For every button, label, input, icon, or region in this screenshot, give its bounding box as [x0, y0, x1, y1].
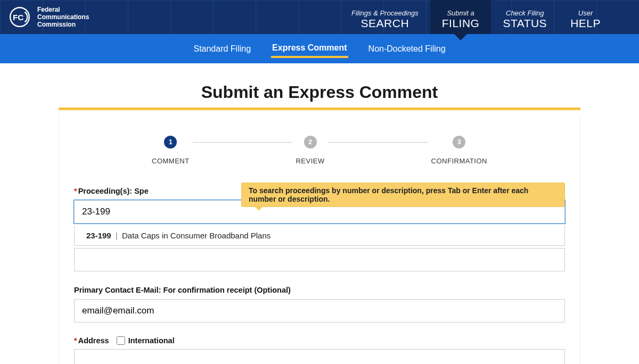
required-marker: * [74, 336, 77, 345]
page-title: Submit an Express Comment [59, 82, 580, 110]
step-number: 3 [453, 136, 465, 148]
address-label-text: Address [78, 336, 109, 345]
email-label: Primary Contact E-Mail: For confirmation… [74, 286, 291, 294]
logo-block: FC Federal Communications Commission [0, 0, 89, 34]
step-label: COMMENT [152, 157, 190, 165]
nav-tab-sup: Filings & Proceedings [351, 9, 419, 17]
step-number: 1 [164, 136, 177, 148]
proceedings-autocomplete-option[interactable]: 23-199 | Data Caps in Consumer Broadband… [74, 226, 565, 246]
step-number: 2 [304, 136, 317, 148]
email-field: Primary Contact E-Mail: For confirmation… [74, 285, 565, 322]
step-confirmation: 3 CONFIRMATION [428, 136, 490, 165]
suggestion-title: Data Caps in Consumer Broadband Plans [122, 231, 271, 240]
proceedings-label: *Proceeding(s): Spe [74, 187, 149, 195]
page-container: Submit an Express Comment 1 COMMENT 2 RE… [59, 63, 580, 364]
step-label: REVIEW [296, 157, 324, 165]
step-review: 2 REVIEW [292, 136, 327, 165]
address-input[interactable] [74, 349, 565, 364]
nav-tab-main: STATUS [503, 17, 547, 30]
address-label: *Address [74, 336, 109, 345]
sub-nav: Standard Filing Express Comment Non-Dock… [0, 34, 639, 63]
stepper: 1 COMMENT 2 REVIEW 3 CONFIRMATION [149, 136, 490, 165]
required-marker: * [74, 187, 77, 195]
fcc-logo: FC [10, 7, 30, 27]
proceedings-label-text: Proceeding(s): Spe [78, 187, 149, 195]
suggestion-separator: | [116, 231, 118, 240]
agency-name: Federal Communications Commission [37, 6, 89, 28]
nav-tab-main: HELP [570, 17, 601, 30]
nav-tab-sup: User [570, 9, 601, 17]
subnav-express-comment[interactable]: Express Comment [271, 40, 348, 58]
top-header: FC Federal Communications Commission Fil… [0, 0, 639, 34]
primary-nav: Filings & Proceedings SEARCH Submit a FI… [340, 0, 612, 34]
suggestion-number: 23-199 [86, 231, 111, 240]
step-comment: 1 COMMENT [149, 136, 193, 165]
email-input[interactable] [74, 299, 565, 322]
nav-tab-search[interactable]: Filings & Proceedings SEARCH [340, 0, 430, 34]
proceedings-tooltip: To search proceedings by number or descr… [241, 183, 565, 207]
international-label-text: International [128, 336, 175, 345]
nav-tab-status[interactable]: Check Filing STATUS [491, 0, 559, 34]
step-label: CONFIRMATION [431, 157, 487, 165]
svg-text:FC: FC [13, 13, 24, 22]
international-checkbox-label[interactable]: International [117, 336, 175, 345]
nav-tab-help[interactable]: User HELP [559, 0, 612, 34]
nav-tab-sup: Check Filing [503, 9, 547, 17]
proceedings-chips-area[interactable] [74, 248, 565, 271]
nav-tab-main: FILING [442, 17, 480, 30]
nav-tab-filing[interactable]: Submit a FILING [430, 0, 491, 34]
form-card: 1 COMMENT 2 REVIEW 3 CONFIRMATION To sea… [59, 115, 580, 364]
nav-tab-sup: Submit a [442, 9, 480, 17]
subnav-non-docketed-filing[interactable]: Non-Docketed Filing [367, 41, 447, 57]
subnav-standard-filing[interactable]: Standard Filing [192, 41, 252, 57]
proceedings-field: To search proceedings by number or descr… [74, 186, 565, 271]
nav-tab-main: SEARCH [351, 17, 419, 30]
international-checkbox[interactable] [117, 336, 125, 345]
address-field: *Address International [74, 336, 565, 364]
